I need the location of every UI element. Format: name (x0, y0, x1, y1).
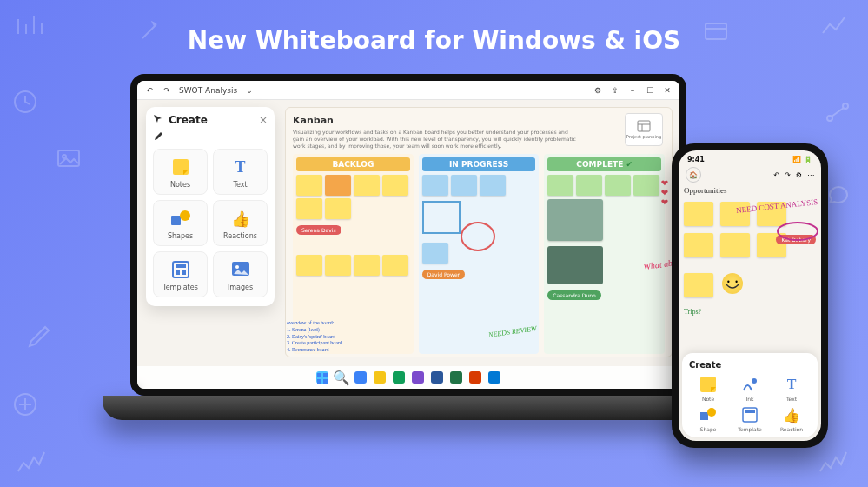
note-icon (699, 375, 718, 394)
phone-toolbar: 🏠 ↶ ↷ ⚙ ⋯ (679, 165, 821, 186)
phone-tile-reaction[interactable]: 👍 Reaction (772, 405, 811, 432)
project-templates-box[interactable]: Project planning (625, 113, 663, 146)
phone-canvas[interactable]: Opportunities NEED COST ANALYSIS Kat Deb… (679, 186, 821, 360)
window-minimize-icon[interactable]: – (627, 85, 638, 96)
taskbar-app[interactable] (412, 371, 424, 384)
taskbar-app[interactable] (354, 371, 367, 384)
svg-point-25 (707, 408, 716, 417)
phone-tile-template[interactable]: Template (731, 405, 769, 432)
svg-point-23 (752, 378, 757, 384)
sticky-note[interactable] (684, 233, 713, 257)
sticky-note[interactable] (684, 273, 713, 297)
sticky-note[interactable] (296, 175, 322, 196)
sticky-note[interactable] (605, 175, 631, 196)
phone-tile-shape[interactable]: Shape (689, 405, 727, 432)
sticky-note[interactable] (480, 175, 506, 196)
start-icon[interactable] (316, 371, 328, 384)
sticky-note[interactable] (633, 175, 659, 196)
image-dog[interactable] (547, 199, 603, 241)
kanban-column-complete[interactable]: COMPLETE ✔ ❤❤❤ Cassandra Dunn (544, 154, 665, 354)
share-icon[interactable]: ⇪ (610, 85, 620, 96)
sticky-note[interactable] (382, 255, 408, 276)
emoji-reaction[interactable]: •• (722, 273, 743, 294)
status-icons: 📶 🔋 (792, 156, 812, 163)
check-icon: ✔ (626, 160, 633, 169)
selected-frame[interactable] (422, 201, 461, 234)
shapes-icon (699, 405, 718, 424)
pen-icon[interactable] (153, 131, 163, 143)
cursor-icon[interactable] (153, 114, 163, 126)
taskbar-app[interactable] (469, 371, 481, 384)
kanban-board[interactable]: Kanban Visualizing your workflows and ta… (285, 107, 673, 357)
sticky-note[interactable] (684, 202, 713, 226)
sticky-note[interactable] (422, 175, 448, 196)
create-tile-text[interactable]: T Text (213, 149, 268, 195)
kanban-title: Kanban (293, 115, 665, 126)
svg-rect-24 (700, 412, 708, 420)
svg-rect-16 (638, 121, 650, 131)
ink-text: NEEDS REVIEW (488, 325, 537, 340)
windows-taskbar[interactable]: 🔍 (137, 366, 679, 389)
taskbar-app[interactable] (431, 371, 443, 384)
handwritten-overview: overview of the board: 1. Serena (lead) … (287, 320, 342, 354)
column-heading: COMPLETE ✔ (547, 157, 661, 171)
home-icon[interactable]: 🏠 (686, 167, 701, 183)
taskbar-app[interactable] (374, 371, 386, 384)
note-icon (170, 157, 191, 177)
svg-rect-12 (176, 270, 180, 275)
phone-tile-text[interactable]: T Text (772, 375, 811, 402)
ink-icon (740, 375, 759, 394)
sticky-note[interactable] (296, 255, 322, 276)
svg-point-21 (778, 223, 818, 240)
redo-icon[interactable]: ↷ (162, 85, 172, 96)
sticky-note[interactable] (576, 175, 602, 196)
phone-tile-note[interactable]: Note (689, 375, 727, 402)
svg-rect-10 (173, 262, 189, 277)
settings-icon[interactable]: ⚙ (593, 85, 603, 96)
gear-icon[interactable]: ⚙ (796, 171, 802, 179)
sticky-note[interactable] (325, 175, 351, 196)
sticky-note[interactable] (720, 233, 750, 257)
heart-reactions: ❤❤❤ (661, 178, 668, 207)
person-tag[interactable]: David Power (422, 270, 465, 279)
redo-icon[interactable]: ↷ (785, 171, 791, 179)
sticky-note[interactable] (422, 243, 448, 264)
window-close-icon[interactable]: ✕ (662, 85, 673, 96)
chevron-down-icon[interactable]: ⌄ (244, 85, 255, 96)
taskbar-app[interactable] (450, 371, 462, 384)
sticky-note[interactable] (382, 175, 408, 196)
sticky-note[interactable] (547, 175, 573, 196)
column-heading: BACKLOG (296, 157, 410, 171)
person-tag[interactable]: Serena Davis (296, 225, 341, 235)
sticky-note[interactable] (451, 175, 477, 196)
create-tile-images[interactable]: Images (213, 251, 268, 297)
more-icon[interactable]: ⋯ (807, 171, 814, 179)
window-maximize-icon[interactable]: ☐ (645, 85, 655, 96)
phone-tile-ink[interactable]: Ink (731, 375, 769, 402)
undo-icon[interactable]: ↶ (773, 171, 779, 179)
sticky-note[interactable] (354, 175, 380, 196)
svg-rect-8 (171, 216, 181, 225)
taskbar-app[interactable] (488, 371, 500, 384)
shapes-icon (170, 208, 191, 229)
create-tile-shapes[interactable]: Shapes (153, 200, 208, 246)
create-tile-notes[interactable]: Notes (153, 149, 208, 195)
close-icon[interactable]: × (259, 114, 268, 126)
sticky-note[interactable] (354, 255, 380, 276)
sticky-note[interactable] (296, 198, 322, 219)
sticky-note[interactable] (325, 255, 351, 276)
template-icon (637, 120, 651, 132)
image-landscape[interactable] (547, 246, 603, 284)
svg-rect-19 (317, 379, 321, 384)
create-tile-reactions[interactable]: 👍 Reactions (213, 200, 268, 246)
kanban-column-progress[interactable]: IN PROGRESS David Power NEEDS REVIEW (419, 154, 540, 354)
search-icon[interactable]: 🔍 (335, 371, 348, 384)
create-tile-templates[interactable]: Templates (153, 251, 208, 297)
phone-device: 9:41 📶 🔋 🏠 ↶ ↷ ⚙ ⋯ Opportunities NEED CO… (672, 143, 828, 448)
undo-icon[interactable]: ↶ (144, 85, 155, 96)
person-tag[interactable]: Cassandra Dunn (547, 290, 601, 300)
sticky-note[interactable] (325, 198, 351, 219)
taskbar-app[interactable] (393, 371, 405, 384)
images-icon (230, 259, 251, 280)
page-headline: New Whiteboard for Windows & iOS (0, 26, 868, 55)
